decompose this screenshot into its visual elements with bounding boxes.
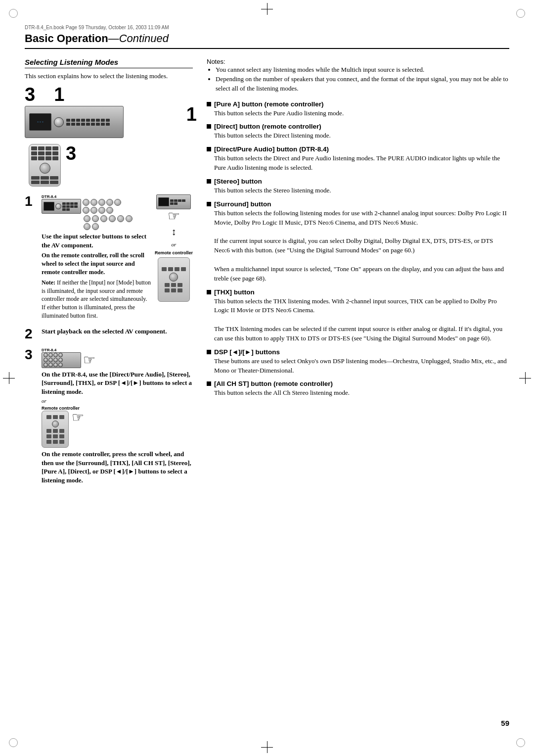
entry-2-title: [Direct/Pure Audio] button (DTR-8.4) xyxy=(214,145,329,153)
hand-pointer-icon: ☞ xyxy=(156,209,191,223)
corner-mark-bl xyxy=(9,738,18,747)
entry-pure-a: [Pure A] button (remote controller) This… xyxy=(207,100,509,118)
entries-container: [Pure A] button (remote controller) This… xyxy=(207,100,509,398)
entry-1-title: [Direct] button (remote controller) xyxy=(214,123,321,130)
entry-3-body: This button selects the Stereo listening… xyxy=(207,186,509,195)
step-3-number: 3 xyxy=(25,347,33,362)
remote-image-step1 xyxy=(158,257,190,302)
down-arrow-icon: ↕ xyxy=(171,226,176,237)
entry-4-title: [Surround] button xyxy=(214,200,271,208)
entry-1-body: This button selects the Direct listening… xyxy=(207,131,509,141)
bullet-icon-5 xyxy=(207,290,211,294)
entry-7-title: [All CH ST] button (remote controller) xyxy=(214,380,333,387)
entry-5-title: [THX] button xyxy=(214,288,255,296)
bullet-icon-2 xyxy=(207,147,211,151)
entry-0-title: [Pure A] button (remote controller) xyxy=(214,100,324,108)
hand-pointer-icon-step3: ☞ xyxy=(83,353,95,367)
page-title: Basic Operation—Continued xyxy=(25,32,509,49)
page-number: 59 xyxy=(501,719,509,727)
bullet-icon-0 xyxy=(207,102,211,106)
bullet-icon-1 xyxy=(207,124,211,129)
reg-mark-top xyxy=(261,3,273,15)
entry-0-body: This button selects the Pure Audio liste… xyxy=(207,109,509,118)
bullet-icon-7 xyxy=(207,381,211,386)
entry-6-body: These buttons are used to select Onkyo's… xyxy=(207,357,509,376)
input-selector-knobs xyxy=(83,199,122,214)
step-2-number: 2 xyxy=(25,326,33,341)
entry-stereo: [Stereo] button This button selects the … xyxy=(207,178,509,195)
intro-text: This section explains how to select the … xyxy=(25,72,193,80)
reg-mark-left xyxy=(3,372,15,384)
bullet-icon-3 xyxy=(207,179,211,184)
big-number-1-right: 1 xyxy=(186,104,197,125)
corner-mark-tl xyxy=(9,9,18,18)
note-item-1: You cannot select any listening modes wh… xyxy=(216,65,509,75)
reg-mark-right xyxy=(519,372,531,384)
remote-image-step3 xyxy=(42,411,69,448)
section-title: Selecting Listening Modes xyxy=(25,58,193,68)
step-1-images: ☞ ↕ or Remote controller xyxy=(155,194,193,302)
entry-7-body: This button selects the All Ch Stereo li… xyxy=(207,388,509,398)
reg-mark-bottom xyxy=(261,741,273,753)
step-3-main-text: On the DTR-8.4, use the [Direct/Pure Aud… xyxy=(42,370,193,396)
or-divider-step1: or xyxy=(172,241,177,247)
big-number-3: 3 xyxy=(25,85,35,104)
notes-label: Notes: xyxy=(207,58,509,65)
entry-thx: [THX] button This button selects the THX… xyxy=(207,288,509,343)
step-1-number: 1 xyxy=(25,193,33,209)
mini-receiver-step1 xyxy=(42,199,81,214)
receiver-image: --- xyxy=(25,106,124,138)
remote-controller-label-step1: Remote controller xyxy=(155,250,193,255)
big-number-3-left: 3 xyxy=(66,143,76,164)
big-number-1: 1 xyxy=(54,85,64,104)
file-info: DTR-8.4_En.book Page 59 Thursday, Octobe… xyxy=(25,25,509,30)
step-1-sub-text: On the remote controller, roll the scrol… xyxy=(42,251,151,277)
receiver-volume-knob xyxy=(54,117,64,127)
entry-direct-pure-audio: [Direct/Pure Audio] button (DTR-8.4) Thi… xyxy=(207,145,509,173)
receiver-buttons xyxy=(66,119,111,126)
step-2-main-text: Start playback on the selected AV compon… xyxy=(42,327,193,336)
step1-receiver-right xyxy=(156,194,191,209)
dtr-label-step3: DTR-8.4 xyxy=(42,348,193,352)
step-1-note: Note: If neither the [Input] nor [Mode] … xyxy=(42,279,151,320)
step-3-row: 3 DTR-8.4 xyxy=(25,348,193,487)
step3-receiver xyxy=(42,352,81,368)
bullet-icon-4 xyxy=(207,202,211,206)
entry-2-body: This button selects the Direct and Pure … xyxy=(207,154,509,173)
corner-mark-br xyxy=(516,738,525,747)
entry-4-body: This button selects the following listen… xyxy=(207,209,509,284)
entry-all-ch-st: [All CH ST] button (remote controller) T… xyxy=(207,380,509,398)
step-3-sub-text: On the remote controller, press the scro… xyxy=(42,450,193,484)
dtr-label-step1: DTR-8.4 xyxy=(42,194,151,199)
notes-section: Notes: You cannot select any listening m… xyxy=(207,58,509,94)
hand-pointer-icon-remote3: ☞ xyxy=(72,411,84,425)
entry-5-body: This button selects the THX listening mo… xyxy=(207,297,509,343)
corner-mark-tr xyxy=(516,9,525,18)
note-item-2: Depending on the number of speakers that… xyxy=(216,75,509,94)
entry-dsp: DSP [◄]/[►] buttons These buttons are us… xyxy=(207,348,509,376)
bullet-icon-6 xyxy=(207,350,211,354)
entry-6-title: DSP [◄]/[►] buttons xyxy=(214,348,280,356)
remote-label-step3: Remote controller xyxy=(42,406,193,411)
entry-direct: [Direct] button (remote controller) This… xyxy=(207,123,509,141)
receiver-display: --- xyxy=(29,113,51,131)
step-1-main-text: Use the input selector buttons to select… xyxy=(42,232,151,249)
step-1-row: 1 DTR-8.4 xyxy=(25,194,193,320)
entry-surround: [Surround] button This button selects th… xyxy=(207,200,509,284)
notes-list: You cannot select any listening modes wh… xyxy=(207,65,509,94)
or-divider-step3: or xyxy=(42,398,193,404)
remote-controller-image-top xyxy=(29,144,61,187)
step-2-row: 2 Start playback on the selected AV comp… xyxy=(25,327,193,341)
entry-3-title: [Stereo] button xyxy=(214,178,262,185)
